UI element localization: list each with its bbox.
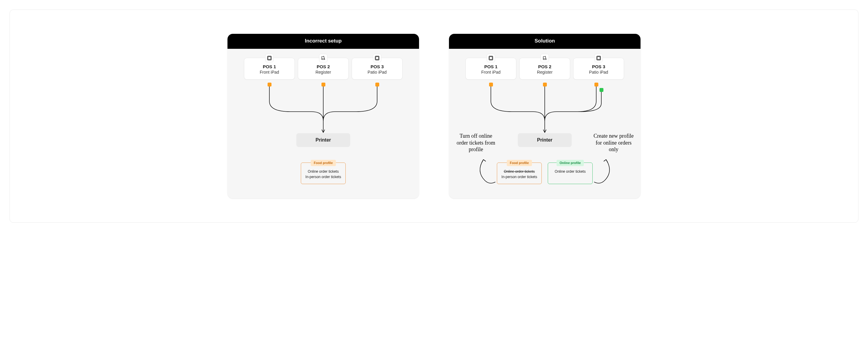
ipad-icon — [594, 54, 603, 62]
profile-line: Online order tickets — [551, 169, 589, 174]
connector-dot-orange — [375, 83, 379, 87]
profile-line: Online order tickets — [304, 169, 342, 174]
connector-dot-green — [599, 88, 603, 92]
register-icon — [319, 54, 328, 62]
pos-sub: Register — [301, 70, 345, 74]
connector-dot-orange — [268, 83, 272, 87]
pos-title: POS 1 — [469, 64, 513, 69]
pos-title: POS 3 — [355, 64, 399, 69]
svg-rect-1 — [268, 57, 271, 60]
printer-box: Printer — [518, 133, 572, 147]
panel-title-left: Incorrect setup — [227, 34, 419, 49]
pos-sub: Register — [523, 70, 567, 74]
pos-title: POS 2 — [301, 64, 345, 69]
profile-line: In-person order tickets — [304, 174, 342, 180]
pos-card-3: POS 3 Patio iPad — [573, 58, 624, 79]
svg-rect-11 — [597, 57, 600, 60]
svg-rect-5 — [376, 57, 379, 60]
food-profile-box: Food profile Online order tickets In-per… — [301, 163, 346, 184]
pos-card-3: POS 3 Patio iPad — [352, 58, 403, 79]
annotation-create-new: Create new profile for online orders onl… — [593, 133, 634, 153]
pos-sub: Patio iPad — [355, 70, 399, 74]
connector-dot-orange — [489, 83, 493, 87]
svg-rect-7 — [490, 57, 492, 60]
register-icon — [540, 54, 549, 62]
pos-sub: Patio iPad — [577, 70, 621, 74]
annotation-turn-off: Turn off online order tickets from profi… — [455, 133, 497, 153]
profile-line — [551, 174, 589, 180]
online-profile-box: Online profile Online order tickets — [548, 163, 593, 184]
ipad-icon — [487, 54, 495, 62]
pos-sub: Front iPad — [247, 70, 291, 74]
ipad-icon — [265, 54, 274, 62]
pos-card-2: POS 2 Register — [519, 58, 570, 79]
pos-sub: Front iPad — [469, 70, 513, 74]
pos-title: POS 3 — [577, 64, 621, 69]
printer-box: Printer — [296, 133, 350, 147]
pos-title: POS 2 — [523, 64, 567, 69]
pos-card-2: POS 2 Register — [298, 58, 349, 79]
food-profile-label: Food profile — [507, 160, 532, 166]
connector-dot-orange — [594, 83, 598, 87]
pos-card-1: POS 1 Front iPad — [465, 58, 516, 79]
diagram-canvas: Incorrect setup POS 1 Front iPad POS 2 R… — [9, 9, 859, 223]
food-profile-label: Food profile — [311, 160, 336, 166]
pos-title: POS 1 — [247, 64, 291, 69]
online-profile-label: Online profile — [557, 160, 584, 166]
panel-incorrect: Incorrect setup POS 1 Front iPad POS 2 R… — [227, 34, 419, 198]
profile-line-strike: Online order tickets — [500, 169, 538, 174]
panel-title-right: Solution — [449, 34, 641, 49]
food-profile-box: Food profile Online order tickets In-per… — [497, 163, 542, 184]
pos-card-1: POS 1 Front iPad — [244, 58, 295, 79]
panel-solution: Solution POS 1 Front iPad POS 2 Register — [449, 34, 641, 198]
connector-dot-orange — [543, 83, 547, 87]
connector-dot-orange — [321, 83, 326, 87]
profile-line: In-person order tickets — [500, 174, 538, 180]
ipad-icon — [373, 54, 381, 62]
